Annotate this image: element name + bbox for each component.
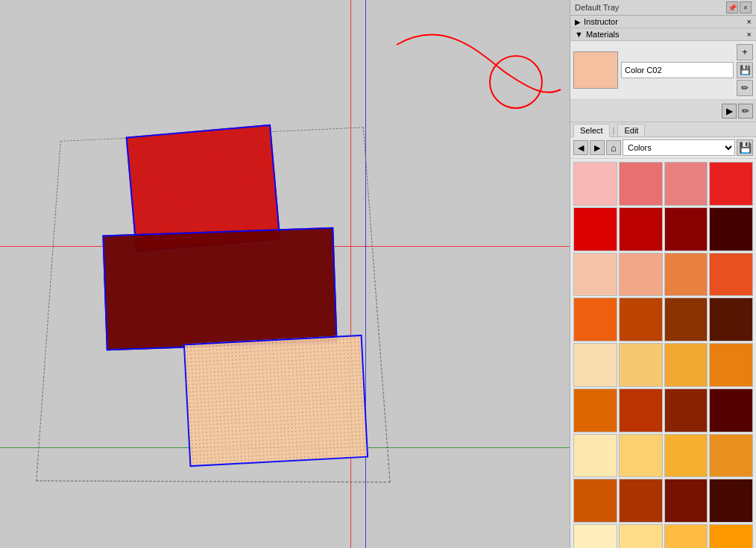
color-cell-31[interactable]: [709, 479, 753, 523]
svg-point-0: [490, 56, 542, 108]
color-cell-19[interactable]: [709, 343, 753, 387]
materials-close-button[interactable]: ×: [747, 30, 752, 39]
material-nav-bar: ▶ ✏: [570, 100, 756, 122]
right-panel: Default Tray 📌 × ▶ Instructor × ▼ Materi…: [570, 0, 756, 548]
color-cell-extra-0[interactable]: [573, 524, 617, 548]
color-cell-30[interactable]: [664, 479, 708, 523]
tray-close-button[interactable]: ×: [740, 1, 752, 13]
color-cell-18[interactable]: [664, 343, 708, 387]
color-grid: [570, 159, 756, 548]
color-cell-23[interactable]: [709, 388, 753, 432]
nav-forward-button[interactable]: ▶: [590, 140, 605, 155]
edit-material-button[interactable]: ✏: [737, 80, 753, 96]
color-cell-25[interactable]: [619, 434, 663, 478]
color-cell-extra-3[interactable]: [709, 524, 753, 548]
save-material-button[interactable]: 💾: [737, 62, 753, 78]
color-cell-26[interactable]: [664, 434, 708, 478]
color-cell-11[interactable]: [709, 253, 753, 297]
materials-expand-icon: ▼: [575, 30, 583, 39]
material-name-input[interactable]: [621, 62, 734, 78]
3d-scene: [0, 0, 570, 548]
color-grid-container[interactable]: [570, 159, 756, 548]
nav-save-button[interactable]: 💾: [737, 139, 753, 156]
color-cell-6[interactable]: [664, 207, 708, 251]
nav-back-button[interactable]: ◀: [573, 140, 588, 155]
materials-label: Materials: [586, 30, 620, 39]
color-cell-extra-1[interactable]: [619, 524, 663, 548]
materials-tabs: Select | Edit: [570, 122, 756, 137]
color-cell-10[interactable]: [664, 253, 708, 297]
tab-edit[interactable]: Edit: [617, 124, 645, 136]
main-viewport: [0, 0, 570, 548]
color-cell-20[interactable]: [573, 388, 617, 432]
instructor-close-button[interactable]: ×: [747, 17, 752, 26]
color-cell-14[interactable]: [664, 297, 708, 341]
tray-header-buttons: 📌 ×: [726, 1, 752, 13]
instructor-section-header[interactable]: ▶ Instructor ×: [570, 16, 756, 28]
color-cell-3[interactable]: [709, 162, 753, 206]
color-cell-8[interactable]: [573, 253, 617, 297]
color-cell-12[interactable]: [573, 297, 617, 341]
material-action-icons: + 💾 ✏: [737, 44, 753, 96]
color-cell-17[interactable]: [619, 343, 663, 387]
tray-header: Default Tray 📌 ×: [570, 0, 756, 16]
materials-section-header: ▼ Materials ×: [570, 28, 756, 41]
color-cell-27[interactable]: [709, 434, 753, 478]
color-cell-7[interactable]: [709, 207, 753, 251]
materials-section: ▼ Materials × + 💾 ✏ ▶ ✏ Select | Edit: [570, 28, 756, 548]
instructor-arrow-icon: ▶: [575, 18, 581, 26]
color-cell-15[interactable]: [709, 297, 753, 341]
color-cell-24[interactable]: [573, 434, 617, 478]
nav-home-button[interactable]: ⌂: [606, 140, 621, 155]
peach-rectangle[interactable]: [183, 335, 368, 467]
tab-select[interactable]: Select: [573, 124, 610, 137]
color-cell-4[interactable]: [573, 207, 617, 251]
color-cell-0[interactable]: [573, 162, 617, 206]
color-cell-22[interactable]: [664, 388, 708, 432]
color-cell-9[interactable]: [619, 253, 663, 297]
category-dropdown[interactable]: Colors Brick and Cladding Carpet Glass M…: [623, 139, 735, 156]
color-cell-29[interactable]: [619, 479, 663, 523]
tray-pin-button[interactable]: 📌: [726, 1, 738, 13]
instructor-label: Instructor: [584, 17, 618, 26]
color-cell-2[interactable]: [664, 162, 708, 206]
color-cell-13[interactable]: [619, 297, 663, 341]
color-cell-16[interactable]: [573, 343, 617, 387]
create-material-button[interactable]: +: [737, 44, 753, 60]
darkred-rectangle[interactable]: [102, 227, 337, 351]
current-color-swatch: [573, 51, 618, 89]
color-cell-5[interactable]: [619, 207, 663, 251]
triangle-play-button[interactable]: ▶: [722, 104, 737, 119]
materials-nav-row: ◀ ▶ ⌂ Colors Brick and Cladding Carpet G…: [570, 137, 756, 159]
color-cell-extra-2[interactable]: [664, 524, 708, 548]
color-cell-21[interactable]: [619, 388, 663, 432]
tray-title: Default Tray: [575, 3, 619, 12]
color-cell-1[interactable]: [619, 162, 663, 206]
material-preview-area: + 💾 ✏: [570, 41, 756, 100]
color-cell-28[interactable]: [573, 479, 617, 523]
tab-divider: |: [611, 125, 617, 136]
edit-pencil-button[interactable]: ✏: [738, 104, 753, 119]
